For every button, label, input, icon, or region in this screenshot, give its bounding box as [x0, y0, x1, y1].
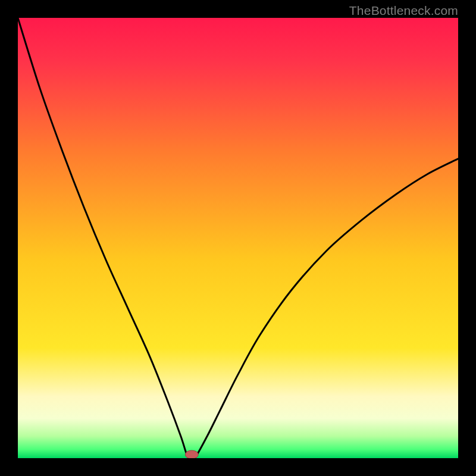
plot-area [18, 18, 458, 458]
gradient-background [18, 18, 458, 458]
minimum-marker [185, 450, 198, 458]
chart-frame: TheBottleneck.com [0, 0, 476, 476]
plot-svg [18, 18, 458, 458]
watermark-text: TheBottleneck.com [349, 4, 458, 18]
